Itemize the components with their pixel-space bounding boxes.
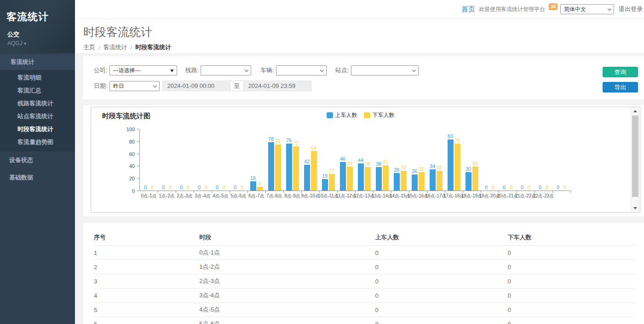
bar-group-boarding: 28 (394, 167, 400, 191)
table-cell: 6 (94, 317, 199, 324)
bar-value-label: 39 (472, 161, 478, 166)
filter-row-2: 日期: 昨日 2024-01-09 00:00 至 2024-01-09 23:… (94, 81, 637, 91)
filter-row-1: 公司: ---请选择--- 线路: 车辆: 站点: (94, 65, 637, 75)
vehicle-label: 车辆: (260, 66, 274, 75)
bar-group-alighting: 0 (508, 185, 514, 191)
sidebar-item-passenger-detail[interactable]: 客流明细 (0, 71, 75, 84)
sidebar-item-station-stats[interactable]: 站点客流统计 (0, 110, 75, 123)
legend-item-boarding[interactable]: 上车人数 (327, 111, 357, 119)
table-row: 54点-5点00 (94, 303, 635, 317)
chart-legend: 上车人数 下车人数 (327, 111, 395, 119)
bar-value-label: 38 (376, 161, 381, 167)
date-preset-value: 昨日 (113, 83, 124, 89)
bar-alighting (472, 167, 478, 191)
chevron-down-icon (245, 68, 248, 72)
bar-group-boarding: 0 (161, 185, 167, 191)
column-header-index: 序号 (94, 230, 199, 246)
period-stats-table: 序号 时段 上车人数 下车人数 10点-1点0021点-2点0032点-3点00… (94, 230, 635, 324)
chart-category: 0021点-22点 (517, 129, 535, 191)
welcome-text: 欢迎使用客流统计管理平台 (479, 6, 545, 13)
bar-group-alighting: 0 (203, 185, 209, 191)
bar-value-label: 76 (454, 138, 460, 143)
bar-group-boarding: 0 (555, 185, 561, 191)
bar-group-boarding: 0 (483, 185, 489, 191)
bar-group-alighting: 39 (472, 161, 478, 191)
date-start-input[interactable]: 2024-01-09 00:00 (162, 81, 230, 91)
date-preset-select[interactable]: 昨日 (109, 81, 160, 91)
station-select[interactable] (351, 65, 419, 75)
breadcrumb-passenger-stats[interactable]: 客流统计 (104, 43, 127, 52)
bar-value-label: 0 (234, 185, 236, 190)
table-row: 43点-4点00 (94, 289, 635, 303)
chart-card: 时段车流统计图 上车人数 下车人数 020406080100 (83, 105, 644, 216)
sidebar-item-passenger-stats[interactable]: 客流统计 (0, 54, 75, 70)
company-select[interactable]: ---请选择--- (109, 65, 177, 75)
query-button[interactable]: 查询 (603, 67, 638, 77)
scrollbar-thumb[interactable] (632, 116, 638, 197)
line-select[interactable] (201, 65, 251, 75)
bar-value-label: 26 (412, 168, 417, 174)
chart-category: 443812点-13点 (355, 129, 373, 191)
date-end-input[interactable]: 2024-01-09 23:59 (243, 81, 311, 91)
x-axis-label: 5点-6点 (230, 193, 246, 199)
home-link[interactable]: 首页 (461, 5, 475, 14)
bar-value-label: 0 (546, 185, 548, 190)
bar-group-alighting: 30 (419, 166, 425, 191)
table-row: 65点-6点00 (94, 317, 635, 324)
legend-item-alighting[interactable]: 下车人数 (364, 111, 395, 119)
bar-value-label: 0 (180, 185, 183, 190)
bar-group-alighting: 32 (437, 165, 443, 191)
sidebar-item-passenger-summary[interactable]: 客流汇总 (0, 84, 75, 97)
app-title: 客流统计 (6, 10, 75, 24)
topbar: 首页 欢迎使用客流统计管理平台 34 简体中文 退出登录 (75, 0, 644, 19)
bar-value-label: 15 (250, 175, 256, 181)
export-button[interactable]: 导出 (603, 82, 638, 93)
chevron-down-icon (153, 83, 156, 87)
chart-plot: 000点-1点001点-2点002点-3点003点-4点004点-5点005点-… (139, 129, 570, 191)
bar-boarding (250, 181, 256, 191)
bar-group-boarding: 34 (430, 163, 436, 191)
scroll-down-arrow-icon[interactable] (631, 205, 640, 212)
company-label: 公司: (94, 66, 108, 75)
table-cell: 2点-3点 (199, 274, 375, 289)
breadcrumb-home[interactable]: 主页 (83, 43, 95, 52)
sidebar-item-line-stats[interactable]: 线路客流统计 (0, 97, 75, 110)
y-axis-tick-label: 40 (129, 163, 135, 169)
bar-alighting (293, 146, 299, 191)
chart-vertical-scrollbar[interactable] (631, 108, 639, 212)
line-label: 线路: (185, 66, 199, 75)
bar-group-alighting: 0 (526, 185, 532, 191)
x-axis-label: 7点-8点 (266, 193, 282, 199)
chevron-down-icon (320, 68, 324, 72)
bar-group-boarding: 78 (268, 136, 274, 191)
bar-alighting (257, 187, 263, 191)
bar-value-label: 78 (268, 136, 274, 142)
sidebar-item-base-data[interactable]: 基础数据 (0, 169, 75, 186)
bar-value-label: 30 (419, 166, 424, 172)
x-axis-label: 6点-7点 (248, 193, 264, 199)
bar-group-boarding: 30 (466, 166, 472, 191)
account-dropdown[interactable]: AQGJ ▾ (7, 40, 75, 46)
table-cell: 0点-1点 (199, 246, 375, 260)
bar-value-label: 32 (401, 165, 406, 170)
sidebar-item-period-stats[interactable]: 时段客流统计 (0, 123, 75, 136)
bar-value-label: 0 (539, 185, 541, 190)
bar-value-label: 46 (340, 156, 345, 162)
bar-group-alighting: 0 (221, 185, 227, 191)
bar-alighting (454, 144, 460, 191)
sidebar-item-device-status[interactable]: 设备状态 (0, 151, 75, 169)
bar-group-alighting: 32 (401, 165, 407, 191)
sidebar-item-trend-chart[interactable]: 客流量趋势图 (0, 136, 75, 149)
chart-body: 020406080100 000点-1点001点-2点002点-3点003点-4… (91, 129, 630, 191)
language-select[interactable]: 简体中文 (560, 4, 614, 14)
table-cell: 2 (94, 260, 199, 274)
bar-group-alighting: 0 (150, 185, 155, 191)
vehicle-select[interactable] (276, 65, 327, 75)
scroll-up-arrow-icon[interactable] (631, 108, 640, 115)
x-axis-label: 0点-1点 (141, 193, 156, 199)
bar-group-boarding: 42 (304, 159, 310, 191)
bar-value-label: 34 (430, 163, 435, 169)
bar-group-alighting: 0 (562, 185, 568, 191)
breadcrumb-separator: / (98, 44, 100, 51)
logout-link[interactable]: 退出登录 (619, 5, 643, 13)
